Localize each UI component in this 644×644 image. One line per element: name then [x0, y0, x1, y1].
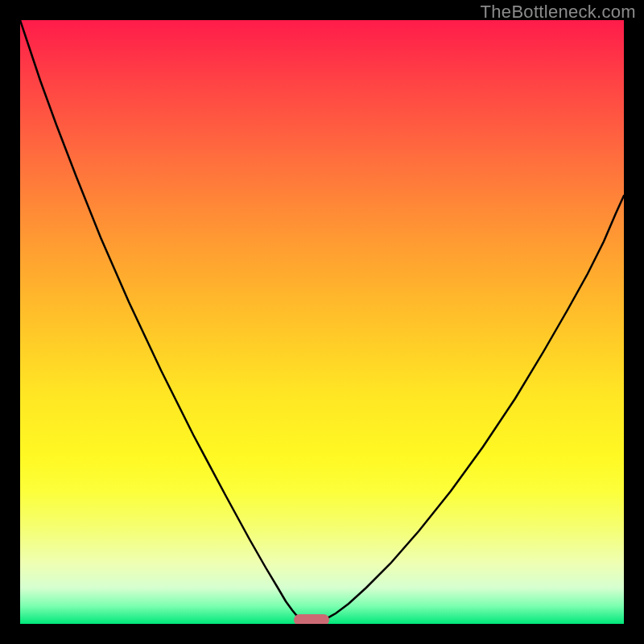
chart-frame: TheBottleneck.com: [0, 0, 644, 644]
curve-left-path: [20, 20, 304, 620]
plot-area: [20, 20, 624, 624]
bottleneck-marker: [294, 614, 329, 624]
curve-right-path: [320, 196, 624, 620]
bottleneck-curve: [20, 20, 624, 624]
